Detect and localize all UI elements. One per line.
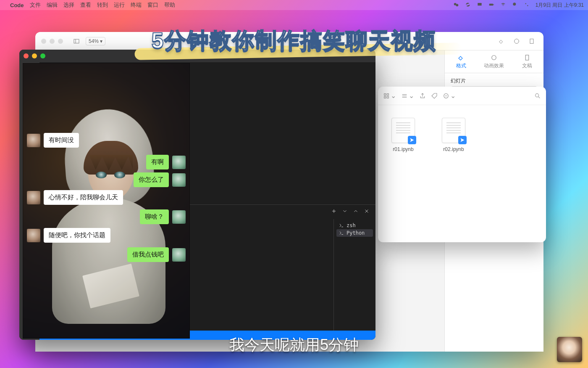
svg-rect-2 [478,3,481,5]
menu-goto[interactable]: 转到 [97,1,108,9]
terminal-session-zsh[interactable]: zsh [336,222,373,229]
app-name[interactable]: Code [10,2,24,8]
spotlight-icon[interactable] [512,2,518,9]
animate-icon[interactable] [511,36,522,46]
svg-rect-14 [387,93,388,95]
panel-maximize-icon[interactable] [353,208,359,216]
menu-window[interactable]: 窗口 [147,1,158,9]
mac-menubar: Code 文件 编辑 选择 查看 转到 运行 终端 窗口 帮助 1月9日 周日 … [0,0,588,10]
video-subtitle: 我今天呢就用5分钟 [229,335,359,355]
chat-bubble: 有时间没 [44,133,79,148]
menubar-status-area: 1月9日 周日 上午9:31 [453,2,584,9]
file-item[interactable]: r02.ipynb [437,118,470,152]
inspector-section-title: 幻灯片 [445,73,543,86]
menu-edit[interactable]: 编辑 [47,1,58,9]
finder-view-icons[interactable]: ⌄ [383,92,396,100]
menu-run[interactable]: 运行 [114,1,125,9]
menu-view[interactable]: 查看 [80,1,91,9]
chat-avatar [27,191,40,204]
finder-group-icon[interactable]: ⌄ [401,92,414,100]
svg-point-7 [527,5,528,6]
finder-action-icon[interactable]: ⌄ [443,92,456,100]
chat-avatar [27,134,40,147]
inspector-tab-document[interactable]: 文稿 [511,50,543,73]
chat-message: 你怎么了 [134,172,186,187]
chat-avatar [172,210,186,224]
chat-message: 聊啥？ [140,209,186,224]
inspector-tab-animate[interactable]: 动画效果 [478,50,510,73]
svg-rect-4 [493,4,494,5]
file-name: r02.ipynb [437,146,470,152]
document-icon[interactable] [526,36,538,46]
svg-rect-12 [525,55,529,60]
chat-avatar [27,229,40,242]
svg-point-6 [525,3,526,4]
terminal-dropdown-icon[interactable] [342,208,348,216]
svg-rect-8 [74,39,79,43]
svg-point-11 [492,56,496,60]
chat-bubble: 你怎么了 [134,172,169,187]
finder-tag-icon[interactable] [431,93,438,99]
svg-rect-10 [530,39,533,43]
chat-message: 有啊 [146,155,186,169]
chat-bubble: 借我点钱吧 [127,247,169,262]
terminal-sessions: zsh Python [333,219,375,331]
chat-bubble: 聊啥？ [140,209,169,224]
notebook-file-icon [442,118,465,143]
creator-avatar [557,337,582,362]
wechat-status-icon[interactable] [453,2,459,9]
chat-bubble: 有啊 [146,155,169,169]
menu-file[interactable]: 文件 [30,1,41,9]
chat-preview-window: 有时间没有啊你怎么了心情不好，陪我聊会儿天聊啥？随便吧，你找个话题借我点钱吧 [23,63,190,339]
chat-bubble: 心情不好，陪我聊会儿天 [44,190,123,205]
display-status-icon[interactable] [477,2,483,9]
chat-bubble: 随便吧，你找个话题 [44,228,110,243]
finder-body[interactable]: r01.ipynb r02.ipynb [378,105,546,165]
notebook-file-icon [391,118,415,143]
file-name: r01.ipynb [386,146,420,152]
battery-status-icon[interactable] [488,2,494,9]
file-item[interactable]: r01.ipynb [386,118,420,152]
view-toggle-button[interactable] [71,36,82,46]
finder-search-icon[interactable] [534,93,541,99]
finder-share-icon[interactable] [419,93,426,99]
chat-message: 借我点钱吧 [127,247,186,262]
svg-point-18 [536,93,539,97]
finder-toolbar: ⌄ ⌄ ⌄ [378,87,546,105]
menu-help[interactable]: 帮助 [164,1,175,9]
chat-message: 心情不好，陪我聊会儿天 [27,190,123,205]
svg-point-1 [456,4,458,6]
chat-avatar [172,173,186,187]
panel-close-icon[interactable] [364,208,370,216]
menu-terminal[interactable]: 终端 [131,1,142,9]
window-controls[interactable] [24,53,45,58]
chat-avatar [172,156,186,169]
chat-avatar [172,248,186,262]
sync-status-icon[interactable] [465,2,471,9]
wifi-status-icon[interactable] [500,2,506,9]
format-brush-icon[interactable] [496,36,507,46]
terminal-new-icon[interactable] [331,208,337,216]
menu-select[interactable]: 选择 [63,1,74,9]
finder-window: ⌄ ⌄ ⌄ r01.ipynb r02.ipynb [378,87,546,242]
svg-rect-16 [387,96,388,98]
svg-rect-13 [384,93,386,95]
svg-rect-15 [384,96,386,98]
window-controls[interactable] [41,39,63,44]
video-title-overlay: 5分钟教你制作搞笑聊天视频 [152,26,437,56]
control-center-icon[interactable] [524,2,530,9]
svg-point-5 [513,3,516,5]
svg-rect-3 [489,3,493,5]
terminal-session-python[interactable]: Python [336,229,373,237]
chat-message: 有时间没 [27,133,79,148]
chat-message: 随便吧，你找个话题 [27,228,110,243]
zoom-select[interactable]: 54% ▾ [86,37,105,45]
svg-point-9 [514,39,519,43]
menubar-clock[interactable]: 1月9日 周日 上午9:31 [536,2,584,9]
